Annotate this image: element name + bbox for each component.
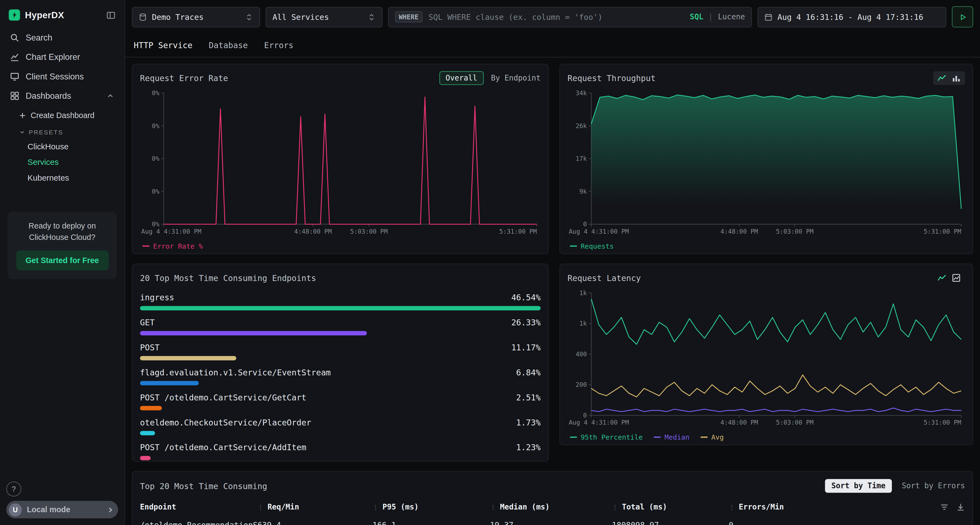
search-input[interactable] [427, 11, 685, 22]
promo-line-2: ClickHouse Cloud? [14, 232, 111, 243]
throughput-legend: Requests [568, 239, 965, 251]
latency-chart-area[interactable]: 1k1k4002000Aug 4 4:31:00 PM4:48:00 PM5:0… [568, 288, 965, 428]
svg-text:0%: 0% [152, 220, 159, 228]
chart-explorer-icon [10, 52, 19, 62]
svg-text:17k: 17k [576, 155, 587, 162]
line-chart-icon[interactable] [937, 74, 946, 82]
top-endpoints-card: 20 Top Most Time Consuming Endpoints ing… [132, 263, 549, 462]
column-drag-icon: ⋮ [372, 504, 379, 511]
line-chart-icon[interactable] [937, 274, 946, 282]
error-rate-chart[interactable]: 0%0%0%0%0%Aug 4 4:31:00 PM4:48:00 PM5:03… [140, 88, 541, 237]
bar-chart-icon[interactable] [952, 74, 961, 82]
svg-text:Aug 4 4:31:00 PM: Aug 4 4:31:00 PM [569, 419, 629, 426]
endpoint-percent: 2.51% [516, 393, 541, 402]
series-line [591, 408, 961, 412]
column-header[interactable]: ⋮Total (ms) [612, 503, 729, 511]
column-settings-icon[interactable] [940, 503, 949, 511]
sort-by-errors-button[interactable]: Sort by Errors [902, 482, 965, 490]
card-title: 20 Top Most Time Consuming Endpoints [140, 273, 316, 282]
column-header[interactable]: Endpoint [140, 503, 258, 511]
download-icon[interactable] [956, 503, 965, 511]
legend-item[interactable]: 95th Percentile [570, 430, 643, 442]
sql-mode-toggle[interactable]: SQL [690, 13, 703, 21]
endpoint-row[interactable]: POST /oteldemo.CartService/AddItem1.23% [140, 443, 541, 460]
user-mode-label: Local mode [27, 505, 70, 514]
column-header[interactable]: ⋮Req/Min [258, 503, 372, 511]
endpoint-row[interactable]: POST /oteldemo.CartService/GetCart2.51% [140, 393, 541, 410]
overall-toggle-button[interactable]: Overall [439, 71, 484, 85]
presets-toggle[interactable]: PRESETS [0, 124, 124, 139]
area-chart-icon[interactable] [952, 274, 961, 282]
endpoint-bar [140, 406, 161, 410]
sort-by-time-button[interactable]: Sort by Time [825, 479, 892, 493]
table-row[interactable]: /oteldemo.RecommendationServ639.4166.119… [140, 520, 965, 525]
endpoint-label: GET [140, 318, 154, 327]
column-header-label: Req/Min [267, 503, 299, 511]
table-body: /oteldemo.RecommendationServ639.4166.119… [140, 520, 965, 525]
sidebar-item-kubernetes[interactable]: Kubernetes [0, 170, 124, 185]
get-started-button[interactable]: Get Started for Free [16, 251, 109, 270]
card-title: Request Error Rate [140, 73, 228, 83]
throughput-chart[interactable]: 34k26k17k9k0Aug 4 4:31:00 PM4:48:00 PM5:… [568, 88, 965, 237]
create-dashboard-button[interactable]: Create Dashboard [0, 106, 124, 124]
legend-item[interactable]: Avg [701, 430, 724, 442]
legend-item[interactable]: Median [654, 430, 689, 442]
endpoint-row[interactable]: GET26.33% [140, 318, 541, 335]
column-header[interactable]: ⋮Median (ms) [490, 503, 612, 511]
sidebar-item-label: Search [25, 33, 52, 43]
throughput-chart-area[interactable]: 34k26k17k9k0Aug 4 4:31:00 PM4:48:00 PM5:… [568, 88, 965, 237]
endpoint-label: POST [140, 343, 159, 352]
svg-text:5:31:00 PM: 5:31:00 PM [499, 228, 537, 235]
help-button[interactable]: ? [6, 482, 21, 496]
sort-controls: Sort by Time Sort by Errors [825, 479, 965, 493]
sidebar-item-client-sessions[interactable]: Client Sessions [0, 67, 124, 86]
card-title: Request Latency [568, 273, 641, 282]
tab-database[interactable]: Database [209, 40, 248, 49]
svg-text:Aug 4 4:31:00 PM: Aug 4 4:31:00 PM [141, 228, 202, 235]
endpoint-bar [140, 356, 236, 360]
calendar-icon [764, 13, 773, 21]
source-select[interactable]: Demo Traces [132, 6, 260, 27]
by-endpoint-toggle-button[interactable]: By Endpoint [491, 74, 540, 82]
column-drag-icon: ⋮ [490, 504, 496, 511]
sidebar-item-dashboards[interactable]: Dashboards [0, 86, 124, 106]
svg-text:0%: 0% [152, 188, 159, 195]
where-search-bar[interactable]: WHERE SQL | Lucene [388, 6, 752, 27]
sidebar-item-chart-explorer[interactable]: Chart Explorer [0, 48, 124, 67]
column-header[interactable]: ⋮Errors/Min [729, 503, 965, 511]
run-query-button[interactable] [952, 6, 973, 27]
error-rate-chart-area[interactable]: 0%0%0%0%0%Aug 4 4:31:00 PM4:48:00 PM5:03… [140, 88, 541, 237]
latency-chart[interactable]: 1k1k4002000Aug 4 4:31:00 PM4:48:00 PM5:0… [568, 288, 965, 428]
error-rate-toggle: Overall By Endpoint [439, 71, 541, 85]
column-drag-icon: ⋮ [729, 504, 735, 511]
svg-text:Aug 4 4:31:00 PM: Aug 4 4:31:00 PM [569, 228, 629, 235]
svg-text:200: 200 [576, 381, 587, 388]
date-range-picker[interactable]: Aug 4 16:31:16 - Aug 4 17:31:16 [757, 6, 946, 27]
collapse-sidebar-icon[interactable] [106, 10, 115, 20]
legend-item[interactable]: Error Rate % [142, 239, 203, 251]
sidebar-item-clickhouse[interactable]: ClickHouse [0, 139, 124, 154]
tab-errors[interactable]: Errors [264, 40, 293, 49]
sidebar-item-services[interactable]: Services [0, 154, 124, 170]
plus-icon [19, 112, 26, 119]
sidebar-item-search[interactable]: Search [0, 28, 124, 48]
database-icon [139, 13, 147, 21]
endpoint-percent: 26.33% [511, 318, 541, 327]
svg-text:0%: 0% [152, 89, 159, 97]
column-header[interactable]: ⋮P95 (ms) [372, 503, 490, 511]
play-icon [958, 13, 967, 21]
endpoint-row[interactable]: oteldemo.CheckoutService/PlaceOrder1.73% [140, 418, 541, 435]
endpoint-label: oteldemo.CheckoutService/PlaceOrder [140, 418, 311, 427]
lucene-mode-toggle[interactable]: Lucene [718, 13, 745, 21]
series-line [591, 299, 961, 344]
endpoint-row[interactable]: POST11.17% [140, 343, 541, 360]
tab-http-service[interactable]: HTTP Service [134, 40, 192, 49]
user-menu[interactable]: U Local mode [6, 501, 118, 518]
endpoint-row[interactable]: ingress46.54% [140, 293, 541, 310]
legend-item[interactable]: Requests [570, 239, 614, 251]
endpoint-row[interactable]: flagd.evaluation.v1.Service/EventStream6… [140, 368, 541, 385]
table-header-icons [940, 503, 965, 511]
sidebar-item-label: Client Sessions [25, 72, 84, 81]
service-select[interactable]: All Services [266, 6, 382, 27]
svg-text:5:31:00 PM: 5:31:00 PM [924, 419, 961, 426]
